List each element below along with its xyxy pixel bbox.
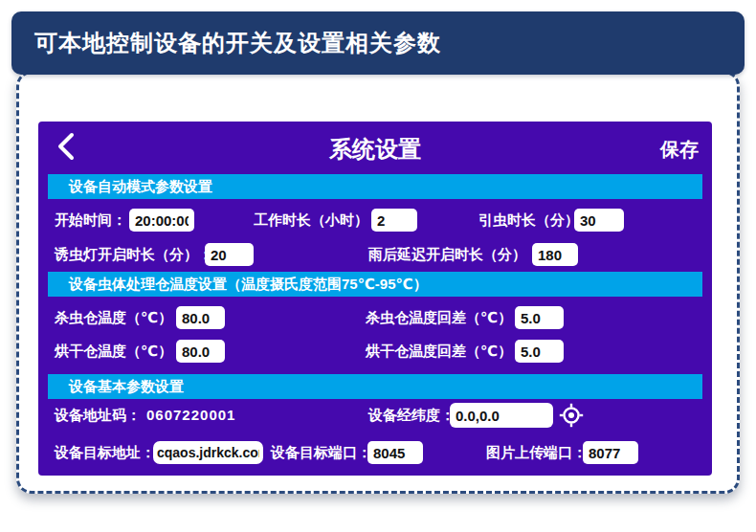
- work-duration-hours-input[interactable]: [371, 209, 417, 232]
- device-target-address-input[interactable]: [153, 441, 263, 464]
- device-address-code-label: 设备地址码：: [55, 404, 141, 427]
- device-address-code-value: 0607220001: [146, 404, 235, 427]
- rain-delay-duration-input[interactable]: [532, 243, 578, 266]
- page-title: 系统设置: [38, 134, 712, 165]
- start-time-input[interactable]: [129, 209, 194, 232]
- device-target-port-label: 设备目标端口：: [271, 441, 371, 464]
- work-duration-hours-label: 工作时长（小时）：: [254, 209, 383, 232]
- info-banner-text: 可本地控制设备的开关及设置相关参数: [34, 28, 441, 58]
- lure-lamp-on-duration-input[interactable]: [205, 243, 254, 266]
- dry-chamber-hysteresis-input[interactable]: [515, 340, 564, 363]
- gps-target-icon: [559, 414, 584, 431]
- settings-panel: 系统设置 保存 设备自动模式参数设置 开始时间： 工作时长（小时）： 引虫时长（…: [38, 122, 712, 476]
- info-banner: 可本地控制设备的开关及设置相关参数: [11, 11, 745, 75]
- kill-chamber-temp-input[interactable]: [176, 306, 225, 329]
- lure-lamp-on-duration-label: 诱虫灯开启时长（分）：: [55, 243, 212, 266]
- device-target-address-label: 设备目标地址：: [55, 441, 155, 464]
- device-target-port-input[interactable]: [367, 441, 423, 464]
- start-time-label: 开始时间：: [55, 209, 126, 232]
- section-header-basic-params: 设备基本参数设置: [48, 374, 702, 399]
- save-button[interactable]: 保存: [660, 137, 699, 163]
- section-header-auto-mode: 设备自动模式参数设置: [48, 174, 702, 199]
- lure-duration-min-input[interactable]: [574, 209, 624, 232]
- rain-delay-duration-label: 雨后延迟开启时长（分）：: [368, 243, 541, 266]
- kill-chamber-hysteresis-label: 杀虫仓温度回差（℃）：: [366, 306, 526, 329]
- kill-chamber-temp-label: 杀虫仓温度（℃）：: [55, 306, 187, 329]
- device-coordinates-input[interactable]: [450, 403, 553, 428]
- screen: { "banner": { "text": "可本地控制设备的开关及设置相关参数…: [0, 0, 756, 532]
- title-bar: 系统设置 保存: [38, 122, 712, 173]
- dry-chamber-hysteresis-label: 烘干仓温度回差（℃）：: [366, 340, 526, 363]
- dry-chamber-temp-input[interactable]: [176, 340, 225, 363]
- dry-chamber-temp-label: 烘干仓温度（℃）：: [55, 340, 187, 363]
- kill-chamber-hysteresis-input[interactable]: [515, 306, 564, 329]
- section-header-chamber-temp: 设备虫体处理仓温度设置（温度摄氏度范围75℃-95℃）: [48, 272, 702, 297]
- gps-locate-button[interactable]: [559, 403, 584, 428]
- image-upload-port-input[interactable]: [583, 441, 638, 464]
- device-coordinates-label: 设备经纬度：: [368, 404, 455, 427]
- image-upload-port-label: 图片上传端口：: [486, 441, 587, 464]
